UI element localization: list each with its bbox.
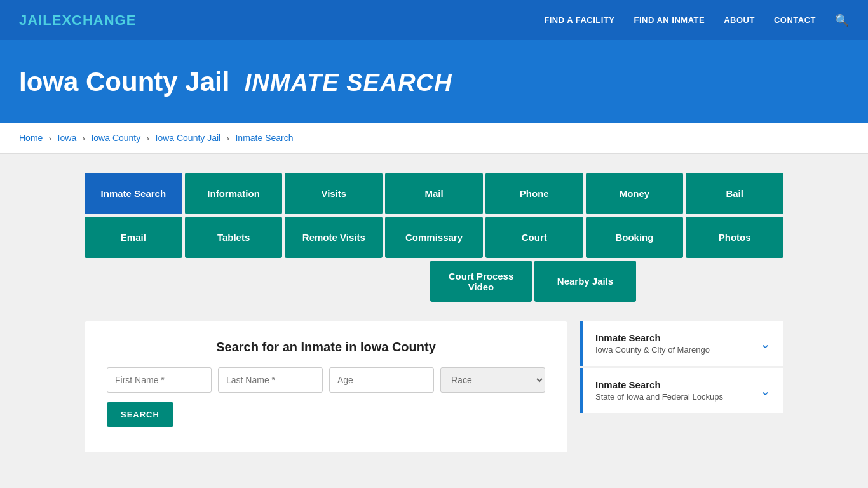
sidebar-item-iowa-county-subtitle: Iowa County & City of Marengo xyxy=(595,345,710,355)
tab-nearby-jails[interactable]: Nearby Jails xyxy=(534,261,636,302)
tab-court[interactable]: Court xyxy=(485,217,583,258)
tabs-grid: Inmate Search Information Visits Mail Ph… xyxy=(85,173,783,302)
tab-money[interactable]: Money xyxy=(586,173,684,214)
sidebar-item-state-iowa-text: Inmate Search State of Iowa and Federal … xyxy=(595,379,723,402)
nav-find-inmate[interactable]: FIND AN INMATE xyxy=(634,15,705,25)
search-button[interactable]: SEARCH xyxy=(107,402,173,427)
nav-find-facility[interactable]: FIND A FACILITY xyxy=(544,15,614,25)
last-name-input[interactable] xyxy=(218,367,323,393)
tab-booking[interactable]: Booking xyxy=(586,217,684,258)
sidebar: Inmate Search Iowa County & City of Mare… xyxy=(580,321,783,452)
tabs-row-2: Email Tablets Remote Visits Commissary C… xyxy=(85,217,783,258)
sidebar-item-iowa-county-title: Inmate Search xyxy=(595,332,710,343)
nav-contact[interactable]: CONTACT xyxy=(774,15,816,25)
chevron-down-icon: ⌄ xyxy=(760,336,771,351)
first-name-input[interactable] xyxy=(107,367,212,393)
breadcrumb-sep-2: › xyxy=(83,133,85,143)
page-title: Iowa County Jail INMATE SEARCH xyxy=(19,67,849,97)
breadcrumb-iowa[interactable]: Iowa xyxy=(58,133,77,143)
tab-remote-visits[interactable]: Remote Visits xyxy=(285,217,383,258)
race-select[interactable]: Race White Black Hispanic Asian Other xyxy=(440,367,545,393)
breadcrumb-jail[interactable]: Iowa County Jail xyxy=(156,133,221,143)
breadcrumb-sep-3: › xyxy=(147,133,149,143)
tab-court-process-video[interactable]: Court Process Video xyxy=(430,261,532,302)
hero-title-italic: INMATE SEARCH xyxy=(245,69,452,96)
search-icon[interactable]: 🔍 xyxy=(835,13,849,27)
sidebar-item-state-iowa[interactable]: Inmate Search State of Iowa and Federal … xyxy=(580,368,783,413)
tab-information[interactable]: Information xyxy=(185,173,283,214)
breadcrumb-iowa-county[interactable]: Iowa County xyxy=(91,133,140,143)
nav-about[interactable]: ABOUT xyxy=(724,15,755,25)
main-content: Inmate Search Information Visits Mail Ph… xyxy=(0,154,868,471)
sidebar-item-iowa-county[interactable]: Inmate Search Iowa County & City of Mare… xyxy=(580,321,783,366)
tabs-row-1: Inmate Search Information Visits Mail Ph… xyxy=(85,173,783,214)
search-card: Search for an Inmate in Iowa County Race… xyxy=(85,321,567,452)
sidebar-item-state-iowa-subtitle: State of Iowa and Federal Lockups xyxy=(595,392,723,402)
tab-bail[interactable]: Bail xyxy=(686,173,783,214)
tabs-row-3: Court Process Video Nearby Jails xyxy=(283,261,783,302)
sidebar-item-iowa-county-text: Inmate Search Iowa County & City of Mare… xyxy=(595,332,710,355)
tab-email[interactable]: Email xyxy=(85,217,182,258)
tab-commissary[interactable]: Commissary xyxy=(385,217,483,258)
logo-part2: XCHANGE xyxy=(62,12,136,28)
nav-links: FIND A FACILITY FIND AN INMATE ABOUT CON… xyxy=(544,13,849,27)
tab-inmate-search[interactable]: Inmate Search xyxy=(85,173,182,214)
tab-tablets[interactable]: Tablets xyxy=(185,217,283,258)
breadcrumb-sep-4: › xyxy=(227,133,229,143)
hero-banner: Iowa County Jail INMATE SEARCH xyxy=(0,41,868,123)
breadcrumb: Home › Iowa › Iowa County › Iowa County … xyxy=(0,123,868,154)
age-input[interactable] xyxy=(329,367,434,393)
chevron-down-icon-2: ⌄ xyxy=(760,383,771,398)
tab-photos[interactable]: Photos xyxy=(686,217,783,258)
tab-visits[interactable]: Visits xyxy=(285,173,383,214)
lower-section: Search for an Inmate in Iowa County Race… xyxy=(85,321,783,452)
hero-title-bold: Iowa County Jail xyxy=(19,67,229,97)
breadcrumb-current: Inmate Search xyxy=(235,133,293,143)
tab-mail[interactable]: Mail xyxy=(385,173,483,214)
logo-highlight: E xyxy=(52,12,62,28)
sidebar-item-state-iowa-title: Inmate Search xyxy=(595,379,723,390)
logo-part1: JAIL xyxy=(19,12,52,28)
search-form: Race White Black Hispanic Asian Other xyxy=(107,367,545,393)
search-title: Search for an Inmate in Iowa County xyxy=(107,340,545,355)
tab-phone[interactable]: Phone xyxy=(485,173,583,214)
breadcrumb-sep-1: › xyxy=(49,133,51,143)
main-nav: JAILEXCHANGE FIND A FACILITY FIND AN INM… xyxy=(0,0,868,41)
logo: JAILEXCHANGE xyxy=(19,12,136,29)
breadcrumb-home[interactable]: Home xyxy=(19,133,43,143)
